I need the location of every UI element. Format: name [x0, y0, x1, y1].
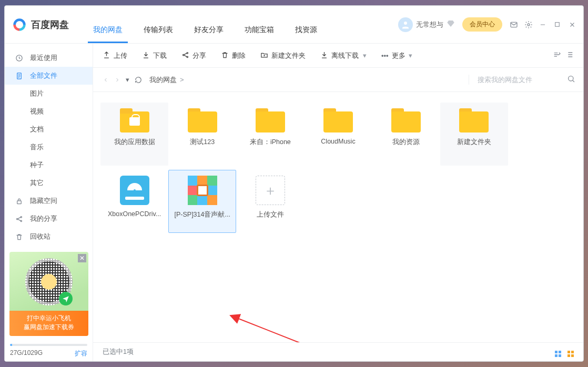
file-label: 上传文件 [241, 210, 299, 219]
file-label: 测试123 [174, 138, 231, 147]
sidebar-item-torrent[interactable]: 种子 [5, 156, 93, 174]
file-item[interactable]: 测试123 [168, 103, 236, 166]
breadcrumb-separator: > [180, 76, 184, 84]
user-area[interactable]: 无常想与 [398, 17, 455, 32]
sidebar-item-videos[interactable]: 视频 [5, 103, 93, 120]
svg-point-12 [187, 56, 188, 58]
search-icon[interactable] [567, 75, 575, 85]
download-button[interactable]: 下载 [142, 51, 167, 60]
nav-forward-button[interactable] [114, 77, 120, 83]
selection-status: 已选中1项 [103, 348, 134, 356]
svg-point-0 [404, 22, 407, 25]
sidebar-item-music[interactable]: 音乐 [5, 138, 93, 156]
body-row: 最近使用 全部文件 图片 视频 文档 音乐 种子 其它 隐藏空间 我的 [5, 44, 583, 361]
disk-icon [120, 176, 149, 205]
delete-icon [221, 51, 229, 60]
vip-center-button[interactable]: 会员中心 [462, 17, 502, 32]
file-item[interactable]: 我的资源 [372, 103, 440, 166]
clock-icon [14, 54, 24, 62]
right-pane: 上传 下载 分享 删除 新建文件夹 [93, 44, 583, 361]
share-icon [181, 51, 189, 60]
download-label: 下载 [153, 51, 167, 60]
sidebar-item-other[interactable]: 其它 [5, 174, 93, 192]
file-item[interactable]: 新建文件夹 [440, 103, 508, 166]
sidebar-item-images[interactable]: 图片 [5, 85, 93, 103]
tab-find-resources[interactable]: 找资源 [285, 25, 328, 43]
sidebar-item-label: 全部文件 [30, 71, 57, 80]
storage-bar: 27G/1029G 扩容 [5, 344, 93, 361]
minimize-button[interactable] [539, 21, 548, 29]
sidebar-item-my-shares[interactable]: 我的分享 [5, 210, 93, 228]
maximize-button[interactable] [554, 21, 562, 29]
sidebar-item-docs[interactable]: 文档 [5, 120, 93, 138]
sort-icon[interactable] [553, 50, 561, 60]
svg-rect-6 [17, 200, 21, 203]
offline-download-button[interactable]: 离线下载 ▾ [320, 51, 367, 60]
tab-friend-share[interactable]: 好友分享 [184, 25, 234, 43]
folder-icon [256, 108, 285, 132]
more-label: 更多 [392, 51, 405, 60]
upload-file-tile[interactable]: ＋ 上传文件 [236, 170, 304, 233]
promo-banner[interactable]: ✕ 打中幸运小飞机 赢网盘加速下载券 [9, 252, 88, 336]
chevron-down-icon: ▾ [363, 52, 367, 59]
logo: 百度网盘 [12, 17, 69, 32]
list-view-icon[interactable] [565, 50, 574, 60]
breadcrumb-root[interactable]: 我的网盘> [149, 75, 184, 85]
annotation-arrow [193, 250, 488, 342]
search-input[interactable] [477, 75, 567, 84]
storage-fill [10, 344, 12, 346]
file-item[interactable]: 我的应用数据 [100, 103, 168, 166]
sidebar-item-hidden-space[interactable]: 隐藏空间 [5, 192, 93, 210]
archive-icon [188, 176, 217, 205]
statusbar: 已选中1项 [93, 342, 583, 361]
svg-point-11 [187, 52, 188, 54]
tab-my-netdisk[interactable]: 我的网盘 [83, 25, 133, 43]
share-icon [14, 215, 24, 223]
file-item[interactable]: XboxOnePCDriv... [100, 170, 168, 233]
promo-text: 打中幸运小飞机 赢网盘加速下载券 [9, 311, 88, 336]
more-button[interactable]: ••• 更多 ▾ [381, 51, 412, 60]
diamond-icon [447, 19, 455, 29]
file-item[interactable]: 来自：iPhone [236, 103, 304, 166]
sidebar-item-label: 图片 [30, 89, 44, 98]
storage-expand-link[interactable]: 扩容 [75, 349, 87, 358]
more-icon: ••• [381, 52, 389, 59]
breadcrumb-bar: ▾ 我的网盘> [93, 68, 583, 92]
view-mode-grid-alt-icon[interactable] [567, 348, 574, 357]
close-button[interactable] [569, 21, 577, 29]
settings-icon[interactable] [524, 21, 533, 29]
storage-usage: 27G/1029G [10, 349, 43, 358]
lock-icon [14, 197, 24, 205]
breadcrumb-label: 我的网盘 [149, 76, 177, 84]
svg-point-7 [16, 218, 18, 220]
sidebar-item-trash[interactable]: 回收站 [5, 228, 93, 246]
nav-back-button[interactable] [103, 77, 109, 83]
sidebar: 最近使用 全部文件 图片 视频 文档 音乐 种子 其它 隐藏空间 我的 [5, 44, 93, 361]
share-button[interactable]: 分享 [181, 51, 206, 60]
view-mode-grid-icon[interactable] [555, 348, 561, 357]
tab-transfers[interactable]: 传输列表 [133, 25, 184, 43]
promo-close-button[interactable]: ✕ [78, 254, 86, 262]
promo-qr-icon [25, 258, 73, 305]
window-icons [510, 21, 577, 29]
logo-icon [12, 17, 27, 32]
svg-rect-3 [555, 23, 560, 27]
nav-history-dropdown[interactable]: ▾ [126, 76, 129, 84]
tab-features[interactable]: 功能宝箱 [234, 25, 285, 43]
upload-button[interactable]: 上传 [103, 51, 127, 60]
app-window: 百度网盘 我的网盘 传输列表 好友分享 功能宝箱 找资源 无常想与 会员中心 [4, 5, 584, 362]
sidebar-item-all-files[interactable]: 全部文件 [5, 67, 93, 85]
delete-button[interactable]: 删除 [221, 51, 246, 60]
refresh-button[interactable] [135, 76, 142, 84]
sidebar-item-recent[interactable]: 最近使用 [5, 49, 93, 67]
mail-icon[interactable] [510, 21, 518, 29]
new-folder-button[interactable]: 新建文件夹 [260, 51, 306, 60]
files-area[interactable]: 我的应用数据 测试123 来自：iPhone CloudMusic [93, 92, 583, 342]
svg-point-9 [21, 220, 22, 222]
file-item[interactable]: CloudMusic [304, 103, 372, 166]
topbar: 百度网盘 我的网盘 传输列表 好友分享 功能宝箱 找资源 无常想与 会员中心 [5, 6, 583, 44]
file-item-selected[interactable]: [P-SP]314音声献... [168, 170, 236, 233]
file-grid: 我的应用数据 测试123 来自：iPhone CloudMusic [100, 103, 576, 233]
main-tabs: 我的网盘 传输列表 好友分享 功能宝箱 找资源 [83, 6, 328, 43]
sidebar-item-label: 其它 [30, 178, 44, 188]
